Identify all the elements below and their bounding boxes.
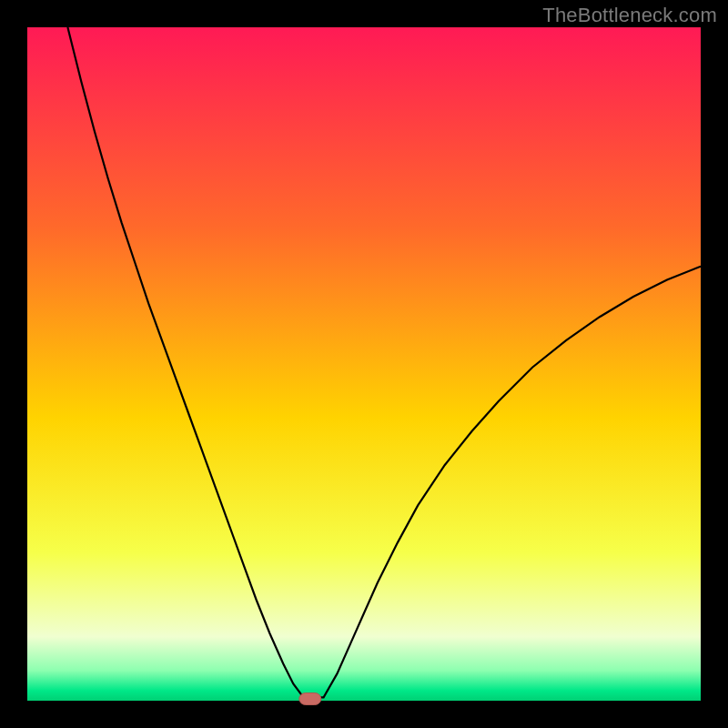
bottleneck-chart [0,0,728,728]
watermark-text: TheBottleneck.com [542,4,717,27]
chart-frame: { "watermark": "TheBottleneck.com", "col… [0,0,728,728]
plot-background [27,27,701,701]
optimum-marker [299,693,321,705]
